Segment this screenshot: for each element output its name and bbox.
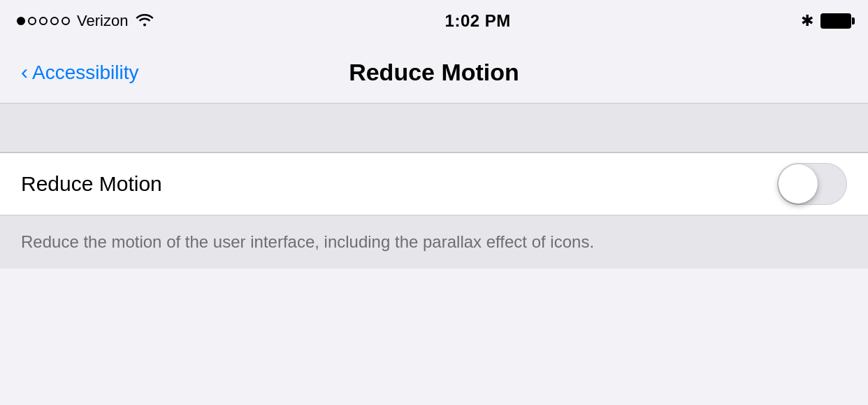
description-text: Reduce the motion of the user interface,… [21,229,847,255]
signal-dot-4 [50,17,59,25]
reduce-motion-row: Reduce Motion [0,153,868,215]
chevron-left-icon: ‹ [21,62,28,83]
back-button[interactable]: ‹ Accessibility [21,62,228,84]
status-right: ✱ [801,12,851,30]
status-bar: Verizon 1:02 PM ✱ [0,0,868,42]
carrier-label: Verizon [77,12,128,30]
signal-dot-3 [39,17,48,25]
back-label: Accessibility [32,62,138,84]
navigation-bar: ‹ Accessibility Reduce Motion [0,42,868,104]
spacer-section [0,104,868,152]
toggle-knob [779,164,818,204]
signal-dot-1 [17,17,25,25]
description-section: Reduce the motion of the user interface,… [0,215,868,269]
page-title: Reduce Motion [228,59,641,86]
reduce-motion-label: Reduce Motion [21,172,162,196]
status-time: 1:02 PM [445,11,511,31]
signal-dot-2 [28,17,36,25]
wifi-icon [135,11,154,31]
signal-dot-5 [62,17,70,25]
settings-section: Reduce Motion [0,152,868,215]
battery-indicator [820,13,851,29]
reduce-motion-toggle[interactable] [777,163,847,205]
signal-strength [17,17,70,25]
status-left: Verizon [17,11,154,31]
bluetooth-icon: ✱ [801,12,813,30]
